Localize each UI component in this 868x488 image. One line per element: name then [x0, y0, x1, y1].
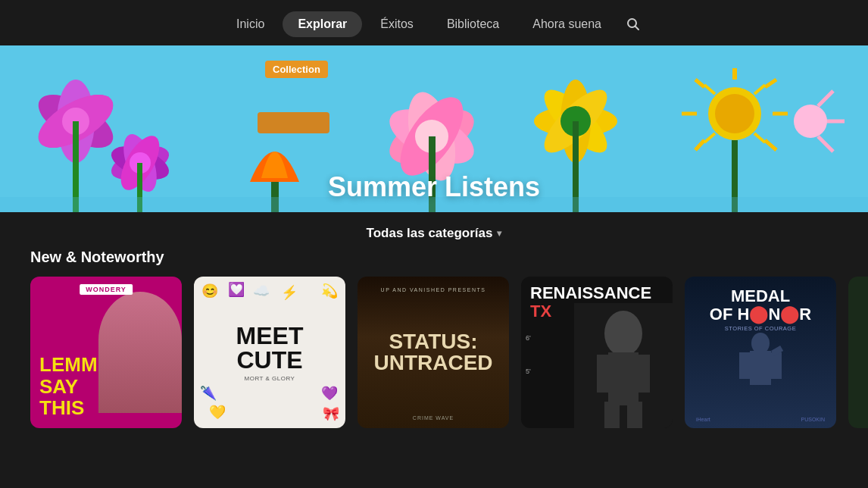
logo-pusokin: PUSOKIN: [801, 417, 825, 422]
section-title: New & Noteworthy: [0, 249, 868, 277]
sticker-emoji: 💫: [321, 283, 338, 299]
svg-rect-54: [604, 402, 620, 428]
svg-rect-53: [639, 355, 650, 393]
podcast-title: MEDALOF H⬤N⬤R: [710, 287, 811, 324]
medal-o: ⬤: [749, 305, 768, 324]
height-mark-6: 6': [526, 334, 531, 342]
knight-silhouette: [574, 303, 673, 428]
categories-label: Todas las categorías: [367, 226, 493, 241]
podcast-brand: UP AND VANISHED PRESENTS: [381, 287, 486, 292]
hero-banner[interactable]: Collection Summer Listens: [0, 45, 868, 212]
person-illustration: [98, 292, 182, 413]
svg-rect-51: [608, 352, 639, 405]
podcast-title: MEETCUTE: [236, 324, 304, 372]
categories-dropdown[interactable]: Todas las categorías ▾: [367, 226, 502, 241]
sticker-emoji: 🌂: [200, 385, 217, 402]
podcast-card-partial: [848, 277, 868, 428]
chevron-down-icon: ▾: [497, 228, 501, 239]
podcast-logos: iHeart PUSOKIN: [696, 417, 825, 422]
nav-inicio[interactable]: Inicio: [221, 11, 279, 37]
nav-exitos[interactable]: Éxitos: [365, 11, 429, 37]
podcast-card-medal-of-honor[interactable]: MEDALOF H⬤N⬤R STORIES OF COURAGE iHeart …: [685, 277, 836, 428]
svg-rect-52: [597, 355, 608, 393]
svg-point-42: [715, 94, 754, 133]
collection-badge: Collection: [265, 61, 328, 78]
podcast-card-renaissance-tx[interactable]: RENAISSANCE TX 6' 5': [521, 277, 673, 428]
sticker-emoji: 💜: [321, 385, 338, 402]
partial-card-bg: [848, 277, 868, 428]
search-icon: [626, 17, 640, 31]
podcast-bottom: CRIME WAVE: [413, 415, 454, 421]
nav-ahora-suena[interactable]: Ahora suena: [517, 11, 617, 37]
svg-rect-55: [627, 402, 642, 428]
podcast-card-lemme-say-this[interactable]: WONDERY LEMMESAYTHIS: [30, 277, 182, 428]
nav-explorar[interactable]: Explorar: [283, 11, 362, 37]
nav-biblioteca[interactable]: Biblioteca: [432, 11, 514, 37]
sticker-emoji: 😊: [201, 283, 218, 299]
svg-line-1: [635, 27, 639, 30]
podcast-card-meet-cute[interactable]: 😊 💟 ☁️ ⚡ 💫 🌂 💜 💛 🎀 MEETCUTE MORT & GLORY: [194, 277, 345, 428]
svg-rect-58: [739, 352, 750, 379]
podcast-subtitle: MORT & GLORY: [245, 375, 295, 382]
sticker-emoji: ☁️: [253, 283, 270, 299]
logo-iheart: iHeart: [696, 417, 710, 422]
renaissance-text: RENAISSANCE: [530, 283, 651, 302]
sticker-emoji: 🎀: [323, 405, 339, 422]
svg-point-47: [794, 105, 827, 138]
sticker-emoji: 💛: [209, 404, 226, 421]
podcast-title: STATUS:UNTRACED: [373, 331, 492, 374]
podcast-card-status-untraced[interactable]: UP AND VANISHED PRESENTS STATUS:UNTRACED…: [358, 277, 509, 428]
navigation-bar: Inicio Explorar Éxitos Biblioteca Ahora …: [0, 0, 868, 45]
podcast-row: WONDERY LEMMESAYTHIS 😊 💟 ☁️ ⚡ 💫 🌂 💜 💛 🎀 …: [0, 277, 868, 428]
categories-bar: Todas las categorías ▾: [0, 212, 868, 249]
sticker-emoji: 💟: [228, 281, 245, 298]
renaissance-tx: TX: [530, 302, 551, 321]
podcast-title: RENAISSANCE TX: [530, 284, 651, 321]
soldier-silhouette: [723, 330, 798, 405]
sticker-emoji: ⚡: [281, 284, 298, 301]
svg-point-56: [751, 333, 770, 354]
height-mark-5: 5': [526, 368, 531, 375]
search-button[interactable]: [620, 11, 647, 38]
svg-rect-16: [258, 112, 329, 133]
svg-rect-57: [750, 351, 771, 385]
svg-rect-59: [771, 352, 782, 379]
brand-label: WONDERY: [80, 284, 133, 295]
medal-o2: ⬤: [780, 305, 799, 324]
hero-title: Summer Listens: [328, 171, 540, 203]
